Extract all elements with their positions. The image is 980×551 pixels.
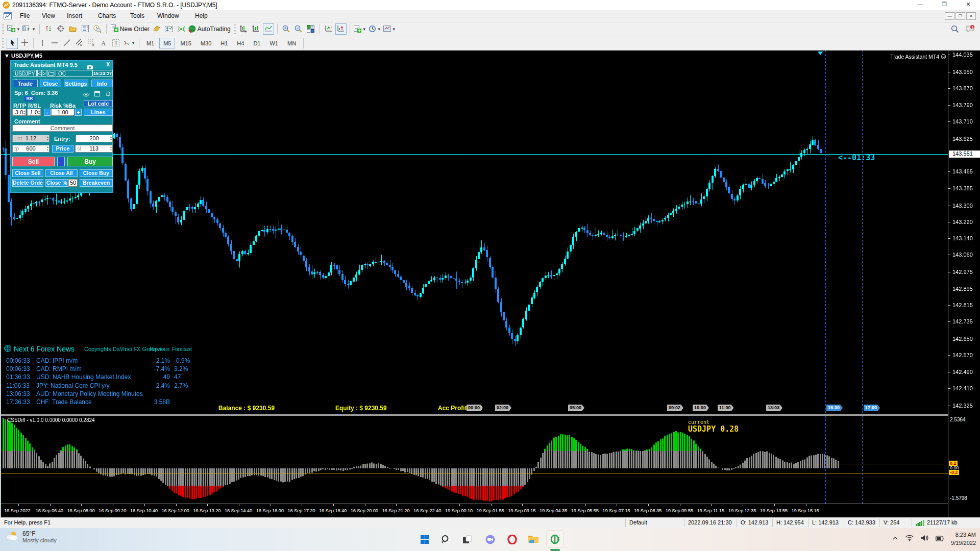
folder-icon[interactable] — [47, 70, 55, 77]
indicators-button[interactable]: ▼ — [353, 23, 367, 35]
auto-scroll-button[interactable] — [323, 23, 334, 35]
buy-button[interactable]: Buy — [67, 157, 113, 166]
trendline-tool-button[interactable] — [61, 38, 72, 49]
child-restore-button[interactable]: ❐ — [955, 12, 965, 20]
prev-symbol-button[interactable]: < — [37, 70, 42, 77]
close-all-button[interactable]: Close All — [45, 169, 78, 177]
menu-window[interactable]: Window — [157, 12, 179, 19]
taskbar-search-icon[interactable] — [438, 532, 453, 547]
menu-view[interactable]: View — [42, 12, 55, 19]
candle-chart-mode-button[interactable] — [251, 23, 262, 35]
signals-button[interactable] — [176, 23, 187, 35]
arrows-tool-button[interactable]: ▼ — [122, 38, 136, 49]
timeframe-m1[interactable]: M1 — [142, 38, 158, 48]
risk-input[interactable]: 1.00 — [51, 109, 75, 116]
mt4-taskbar-icon[interactable] — [546, 530, 564, 548]
maximize-button[interactable]: ❐ — [937, 1, 952, 9]
channel-tool-button[interactable]: E — [74, 38, 85, 49]
lines-button[interactable]: Lines — [84, 109, 113, 116]
trade-panel-header[interactable]: Trade Assistant MT4 9.5 — [11, 61, 112, 69]
text-tool-button[interactable]: A — [98, 38, 109, 49]
trade-panel-close[interactable]: X — [106, 62, 110, 67]
comment-input[interactable]: Comment — [12, 124, 113, 132]
horizontal-line-tool-button[interactable] — [49, 38, 60, 49]
close-pct-input[interactable]: 50 — [68, 179, 78, 187]
chart-shift-button[interactable] — [335, 23, 347, 35]
timeframe-h4[interactable]: H4 — [233, 38, 248, 48]
vertical-line-tool-button[interactable] — [37, 38, 48, 49]
bar-chart-mode-button[interactable] — [238, 23, 250, 35]
panel-tab-settings[interactable]: Settings — [64, 80, 88, 87]
tp-input[interactable]: tp600▴▾ — [12, 145, 50, 153]
file-explorer-icon[interactable] — [526, 532, 541, 547]
crosshair-tool-button[interactable] — [19, 38, 30, 49]
terminal-button[interactable] — [151, 23, 162, 35]
panel-tab-close[interactable]: Close — [40, 80, 61, 87]
zoom-out-button[interactable] — [293, 23, 304, 35]
price-button[interactable]: Price — [52, 145, 74, 153]
menu-charts[interactable]: Charts — [98, 12, 116, 19]
timeframe-w1[interactable]: W1 — [265, 38, 282, 48]
panel-tab-info[interactable]: Info — [91, 80, 113, 87]
tray-chevron-icon[interactable] — [892, 534, 898, 543]
lot-input[interactable]: Lot1.12▴▾ — [12, 135, 50, 142]
timeframe-mn[interactable]: MN — [283, 38, 300, 48]
entry-input[interactable]: 200▴▾ — [76, 135, 113, 142]
risk-minus-button[interactable]: - — [44, 109, 51, 116]
menu-help[interactable]: Help — [195, 12, 208, 19]
market-watch-button[interactable] — [80, 23, 91, 35]
timeframe-m15[interactable]: M15 — [176, 38, 195, 48]
sell-button[interactable]: Sell — [12, 157, 55, 166]
time-axis[interactable]: 16 Sep 202216 Sep 06:4016 Sep 08:0016 Se… — [0, 504, 948, 517]
close-pct-button[interactable]: Close % — [45, 179, 68, 187]
risk-plus-button[interactable]: + — [75, 109, 82, 116]
indicator-canvas[interactable] — [0, 416, 948, 504]
weather-widget[interactable]: 65°FMostly cloudy — [5, 530, 57, 543]
taskbar-clock[interactable]: 8:23 AM9/19/2022 — [951, 531, 976, 547]
start-button[interactable] — [417, 532, 432, 547]
panel-tab-trade[interactable]: Trade — [13, 80, 38, 87]
timeframe-m30[interactable]: M30 — [197, 38, 215, 48]
next-symbol-button[interactable]: > — [42, 70, 46, 77]
order-type-box[interactable] — [57, 157, 65, 166]
zoom-in-button[interactable] — [281, 23, 292, 35]
favorites-button[interactable] — [67, 23, 79, 35]
task-view-icon[interactable] — [459, 532, 475, 547]
chat-icon[interactable]: 1 — [966, 25, 975, 36]
sl-input[interactable]: sl113▴▾ — [75, 145, 113, 153]
line-chart-mode-button[interactable] — [263, 23, 274, 35]
rsl-input[interactable]: 1.0▴▾ — [27, 109, 41, 116]
periods-button[interactable]: ▼ — [368, 23, 382, 35]
new-chart-button[interactable]: ▼ — [7, 23, 21, 35]
tick-chart-button[interactable] — [43, 23, 54, 35]
strategy-tester-button[interactable] — [163, 23, 175, 35]
cursor-tool-button[interactable] — [7, 38, 18, 49]
search-icon[interactable] — [951, 25, 959, 35]
tile-windows-button[interactable] — [305, 23, 316, 35]
calendar-icon[interactable] — [94, 89, 100, 98]
menu-file[interactable]: File — [20, 12, 30, 19]
battery-icon[interactable] — [936, 534, 944, 543]
breakeven-button[interactable]: Breakeven — [80, 179, 113, 187]
fibonacci-tool-button[interactable]: F — [86, 38, 97, 49]
timeframe-h1[interactable]: H1 — [216, 38, 232, 48]
menu-insert[interactable]: Insert — [67, 12, 82, 19]
autotrading-button[interactable]: AutoTrading — [188, 23, 231, 35]
price-chart-canvas[interactable] — [0, 51, 948, 414]
child-close-button[interactable]: ✕ — [966, 12, 976, 20]
new-order-button[interactable]: New Order — [110, 23, 150, 35]
wifi-icon[interactable] — [905, 534, 914, 543]
symbol-select[interactable]: USDJPY ˅ — [13, 70, 37, 77]
crosshair-target-button[interactable] — [55, 23, 66, 35]
timeframe-d1[interactable]: D1 — [249, 38, 264, 48]
bell-icon[interactable] — [106, 89, 111, 98]
eye-icon[interactable] — [83, 90, 89, 99]
status-profile[interactable]: Default — [629, 519, 647, 525]
close-buy-button[interactable]: Close Buy — [80, 169, 113, 177]
label-tool-button[interactable]: T — [110, 38, 121, 49]
minimize-button[interactable]: — — [913, 1, 928, 9]
close-sell-button[interactable]: Close Sell — [12, 169, 43, 177]
templates-button[interactable]: ▼ — [383, 23, 397, 35]
close-button[interactable]: ✕ — [961, 1, 976, 9]
history-center-button[interactable] — [92, 23, 103, 35]
